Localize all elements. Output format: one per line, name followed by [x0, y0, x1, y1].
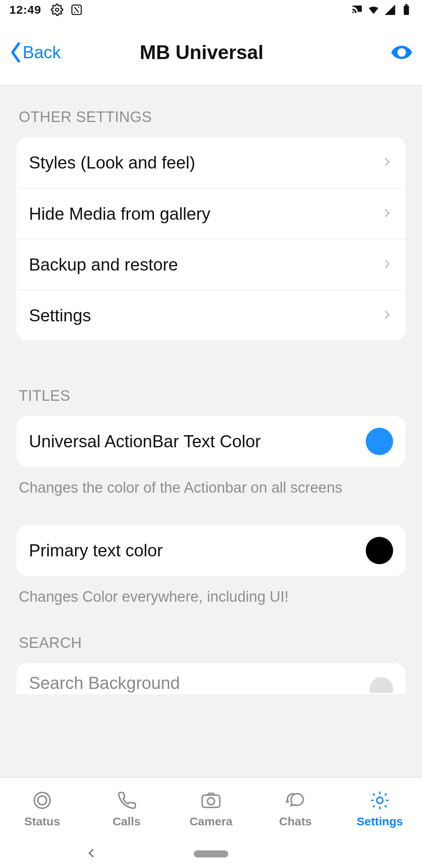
section-titles: TITLES: [0, 341, 422, 416]
tab-settings[interactable]: Settings: [338, 778, 422, 840]
clock: 12:49: [9, 3, 41, 16]
svg-rect-2: [404, 5, 409, 15]
camera-icon: [198, 790, 224, 812]
nav-home-pill[interactable]: [194, 850, 228, 857]
app-header: Back MB Universal: [0, 20, 422, 85]
row-label: Backup and restore: [29, 255, 381, 274]
tab-label: Chats: [279, 815, 311, 828]
bottom-tab-bar: Status Calls Camera Chats Settings: [0, 777, 422, 840]
svg-rect-3: [405, 4, 407, 5]
tab-status[interactable]: Status: [0, 778, 84, 840]
tab-label: Calls: [113, 815, 141, 828]
row-description: Changes Color everywhere, including UI!: [0, 576, 422, 607]
row-label: Settings: [29, 306, 381, 325]
chats-icon: [282, 790, 309, 812]
tab-label: Settings: [357, 815, 403, 828]
row-primary-text-color[interactable]: Primary text color: [16, 525, 406, 576]
search-row-1: Search Background: [16, 663, 406, 694]
screenshot-icon: [70, 4, 83, 16]
color-swatch: [366, 428, 393, 455]
row-label: Primary text color: [29, 541, 366, 560]
row-settings[interactable]: Settings: [16, 290, 406, 341]
battery-icon: [400, 4, 413, 16]
color-swatch: [366, 537, 393, 564]
row-description: Changes the color of the Actionbar on al…: [0, 467, 422, 498]
svg-point-9: [377, 797, 383, 803]
chevron-right-icon: [381, 258, 393, 272]
row-label: Universal ActionBar Text Color: [29, 432, 366, 451]
gear-icon: [367, 790, 393, 812]
svg-point-5: [34, 792, 50, 808]
signal-icon: [384, 4, 396, 16]
tab-camera[interactable]: Camera: [169, 778, 253, 840]
chevron-right-icon: [381, 308, 393, 323]
row-hide-media[interactable]: Hide Media from gallery: [16, 188, 406, 239]
page-title: MB Universal: [14, 41, 389, 64]
row-label: Search Background: [29, 673, 370, 693]
section-search: SEARCH: [0, 607, 422, 663]
tab-label: Status: [24, 815, 60, 828]
preview-button[interactable]: [389, 41, 414, 64]
row-actionbar-color[interactable]: Universal ActionBar Text Color: [16, 416, 406, 467]
svg-point-8: [207, 798, 215, 805]
svg-point-4: [399, 50, 404, 54]
section-other-settings: OTHER SETTINGS: [0, 85, 422, 137]
chevron-right-icon: [381, 156, 393, 170]
svg-rect-7: [202, 795, 220, 807]
chevron-right-icon: [381, 207, 393, 221]
cast-icon: [351, 4, 363, 16]
row-styles[interactable]: Styles (Look and feel): [16, 137, 406, 188]
row-backup-restore[interactable]: Backup and restore: [16, 239, 406, 290]
svg-point-0: [55, 8, 59, 11]
row-search-background[interactable]: Search Background: [16, 663, 406, 694]
tab-label: Camera: [190, 815, 232, 828]
settings-scroll[interactable]: OTHER SETTINGS Styles (Look and feel) Hi…: [0, 85, 422, 762]
row-label: Styles (Look and feel): [29, 153, 381, 172]
status-icon: [29, 790, 55, 812]
other-settings-group: Styles (Look and feel) Hide Media from g…: [16, 137, 406, 341]
gear-icon: [51, 4, 63, 16]
titles-row-2: Primary text color: [16, 525, 406, 576]
tab-calls[interactable]: Calls: [84, 778, 169, 840]
phone-icon: [113, 790, 140, 812]
titles-row-1: Universal ActionBar Text Color: [16, 416, 406, 467]
svg-point-6: [38, 796, 47, 805]
row-label: Hide Media from gallery: [29, 204, 381, 224]
tab-chats[interactable]: Chats: [253, 778, 338, 840]
android-status-bar: 12:49: [0, 0, 422, 20]
android-nav-bar: [0, 840, 422, 868]
color-swatch: [370, 677, 393, 693]
wifi-icon: [367, 4, 380, 16]
nav-back-icon[interactable]: [86, 847, 98, 861]
